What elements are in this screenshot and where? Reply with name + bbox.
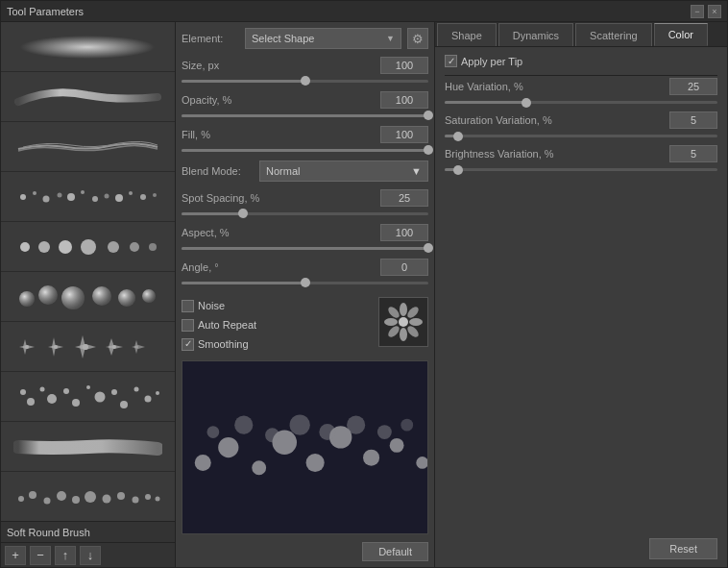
right-panel: Shape Dynamics Scattering Color [435,22,727,567]
brush-item[interactable] [1,422,175,472]
svg-point-74 [195,455,211,471]
sat-slider[interactable] [445,135,717,137]
svg-point-70 [405,305,421,320]
auto-repeat-checkbox[interactable] [182,319,194,332]
svg-point-21 [38,285,58,305]
svg-point-34 [83,344,88,350]
hue-variation-value[interactable]: 25 [669,78,717,95]
angle-slider-thumb[interactable] [301,278,310,287]
svg-point-37 [112,345,116,349]
svg-point-6 [81,190,85,194]
svg-point-54 [29,491,36,499]
tab-color[interactable]: Color [654,23,708,46]
fill-value[interactable]: 100 [380,126,428,143]
fill-slider-fill [182,149,428,152]
svg-point-12 [153,193,157,197]
bright-slider-thumb[interactable] [453,165,463,175]
tab-scattering[interactable]: Scattering [575,23,652,46]
svg-point-15 [59,240,72,254]
svg-point-2 [33,191,36,195]
delete-brush-button[interactable]: − [30,546,51,565]
gear-button[interactable]: ⚙ [407,28,428,49]
brush-item[interactable] [1,372,175,422]
aspect-slider-thumb[interactable] [424,243,433,253]
svg-point-53 [18,496,24,502]
element-select[interactable]: Select Shape ▼ [245,28,401,49]
size-slider-thumb[interactable] [301,76,310,86]
tab-dynamics[interactable]: Dynamics [498,23,573,46]
svg-point-66 [384,318,398,326]
svg-point-0 [20,36,155,59]
svg-point-81 [390,438,404,453]
svg-point-13 [20,242,30,252]
svg-point-52 [156,391,159,395]
svg-point-63 [156,496,160,501]
fill-param: Fill, % 100 [182,126,428,155]
aspect-value[interactable]: 100 [380,224,428,241]
aspect-slider[interactable] [182,243,428,253]
brush-item[interactable] [1,22,175,72]
svg-point-78 [306,454,325,472]
brush-item[interactable] [1,122,175,172]
aspect-param: Aspect, % 100 [182,224,428,253]
blend-mode-select[interactable]: Normal ▼ [259,161,428,182]
brush-items-list [1,22,175,521]
angle-slider[interactable] [182,278,428,287]
import-brush-button[interactable]: ↑ [55,546,76,565]
hue-slider-row [445,101,717,104]
svg-point-57 [72,496,80,504]
opacity-slider-thumb[interactable] [424,111,433,120]
svg-point-55 [44,497,51,504]
brush-item[interactable] [1,222,175,272]
default-button[interactable]: Default [362,542,428,561]
opacity-slider[interactable] [182,111,428,120]
spot-slider-thumb[interactable] [238,209,248,218]
brush-item[interactable] [1,472,175,521]
element-select-value: Select Shape [252,33,314,44]
opacity-value[interactable]: 100 [380,91,428,109]
brush-item[interactable] [1,322,175,372]
hue-slider-thumb[interactable] [522,98,531,108]
divider [445,75,717,76]
brush-item[interactable] [1,272,175,322]
sat-slider-thumb[interactable] [453,132,463,141]
brush-item[interactable] [1,172,175,222]
fill-slider[interactable] [182,145,428,155]
svg-point-23 [92,286,111,306]
export-brush-button[interactable]: ↓ [80,546,101,565]
minimize-button[interactable]: − [691,5,704,18]
opacity-slider-track [182,114,428,117]
checkboxes-col: Noise Auto Repeat Smoothing [182,297,371,353]
svg-point-80 [363,450,379,466]
svg-point-62 [145,494,151,500]
close-button[interactable]: × [708,5,721,18]
size-value[interactable]: 100 [380,57,428,74]
svg-point-59 [103,494,111,503]
tab-shape[interactable]: Shape [437,23,497,46]
default-btn-row: Default [182,538,428,561]
smoothing-checkbox[interactable] [182,338,194,351]
spot-spacing-value[interactable]: 25 [380,189,428,207]
bright-slider[interactable] [445,168,717,171]
fill-slider-thumb[interactable] [424,145,433,155]
svg-point-61 [133,496,139,503]
size-slider[interactable] [182,76,428,86]
spot-spacing-slider[interactable] [182,209,428,218]
add-brush-button[interactable]: + [5,546,26,565]
bright-slider-row [445,168,717,171]
sat-variation-value[interactable]: 5 [669,111,717,129]
angle-value[interactable]: 0 [380,259,428,276]
svg-point-50 [134,386,139,391]
hue-slider-fill [445,101,526,104]
svg-point-49 [120,401,128,408]
noise-checkbox[interactable] [182,300,194,312]
reset-button[interactable]: Reset [649,538,717,559]
hue-variation-label: Hue Variation, % [445,81,523,92]
noise-row: Noise [182,297,371,314]
spot-slider-track [182,212,428,215]
color-tab-content: Apply per Tip Hue Variation, % 25 [435,47,727,531]
bright-variation-value[interactable]: 5 [669,145,717,162]
hue-slider[interactable] [445,101,717,104]
brush-item[interactable] [1,72,175,122]
apply-per-tip-checkbox[interactable] [445,55,457,67]
